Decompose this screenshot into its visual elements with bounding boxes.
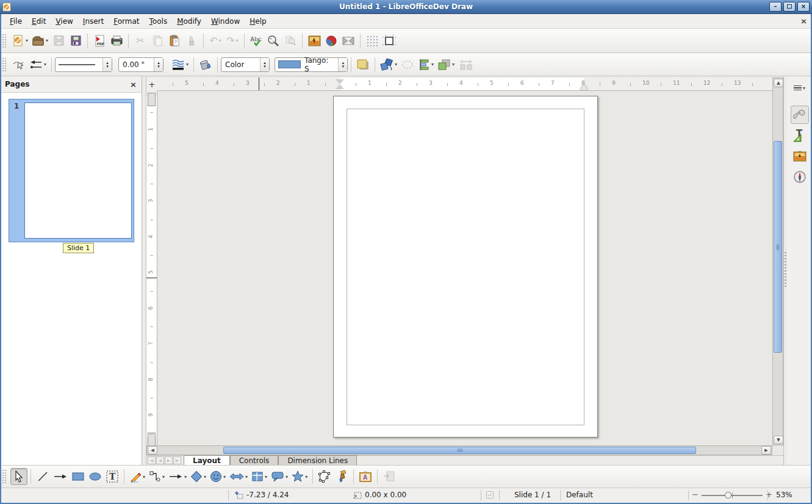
insert-image-button[interactable] (306, 32, 323, 49)
find-replace-button[interactable] (282, 32, 299, 49)
zoom-out-icon[interactable]: − (692, 490, 699, 499)
shadow-button[interactable] (354, 56, 372, 73)
menu-tools[interactable]: Tools (145, 15, 173, 27)
clone-formatting-button[interactable] (183, 32, 200, 49)
glue-points-button[interactable] (333, 468, 350, 485)
edit-points-button[interactable] (316, 468, 333, 485)
sidebar-settings-button[interactable]: ▾ (791, 79, 809, 97)
page[interactable] (333, 96, 598, 437)
close-button[interactable]: × (797, 2, 810, 12)
titlebar[interactable]: Untitled 1 - LibreOfficeDev Draw – × (0, 0, 812, 14)
align-dropdown-icon[interactable]: ▾ (431, 62, 434, 67)
toolbar-grip[interactable] (2, 34, 7, 48)
previous-layer-button[interactable]: ◀ (156, 456, 164, 464)
ellipse-tool-button[interactable] (87, 468, 104, 485)
stars-button[interactable]: ▾ (290, 468, 309, 485)
zoom-slider-knob[interactable] (725, 492, 731, 499)
align-objects-button[interactable]: ▾ (416, 56, 436, 73)
rotate-button[interactable]: ▾ (378, 56, 399, 73)
text-box-tool-button[interactable]: T (104, 468, 121, 485)
v-ruler-bottom-margin-marker[interactable] (148, 433, 156, 445)
sidebar-splitter-handle[interactable] (785, 252, 786, 289)
line-width-input[interactable]: 0.00 " ▴▾ (118, 57, 163, 72)
open-dropdown-icon[interactable]: ▾ (46, 38, 48, 43)
menu-format[interactable]: Format (109, 15, 144, 27)
menu-modify[interactable]: Modify (172, 15, 206, 27)
save-as-button[interactable] (67, 32, 84, 49)
flowchart-button[interactable]: ▾ (250, 468, 269, 485)
menu-edit[interactable]: Edit (27, 15, 51, 27)
flowchart-dropdown-icon[interactable]: ▾ (265, 474, 267, 480)
line-width-spinner[interactable]: ▴▾ (154, 58, 163, 71)
symbol-shapes-dropdown-icon[interactable]: ▾ (223, 474, 226, 480)
zoom-percentage[interactable]: 53% (776, 491, 792, 499)
toolbar-grip[interactable] (2, 469, 7, 484)
menu-help[interactable]: Help (245, 15, 271, 27)
v-scrollbar-thumb[interactable] (774, 141, 782, 353)
toolbar-grip[interactable] (2, 57, 7, 72)
spelling-button[interactable]: Abc (248, 32, 265, 49)
paste-button[interactable] (166, 32, 183, 49)
redo-button[interactable]: ↷▾ (224, 32, 241, 49)
v-ruler[interactable]: 12345678910 (146, 91, 157, 445)
undo-dropdown-icon[interactable]: ▾ (219, 38, 221, 43)
v-scrollbar[interactable]: ▲ ▼ (772, 77, 783, 445)
sidebar-gallery-button[interactable] (791, 147, 809, 165)
sidebar-shapes-button[interactable]: T (791, 126, 809, 145)
scroll-right-button[interactable]: ▶ (761, 446, 771, 455)
page-style-field[interactable]: Default (566, 491, 593, 499)
curve-dropdown-icon[interactable]: ▾ (143, 474, 145, 480)
fill-type-select[interactable]: Color ▴▾ (221, 57, 270, 72)
fill-type-spinner[interactable]: ▴▾ (260, 58, 269, 71)
fill-color-select[interactable]: Tango: S ▴▾ (275, 57, 348, 72)
fill-style-button[interactable] (197, 56, 214, 73)
tab-dimension-lines[interactable]: Dimension Lines (278, 455, 357, 465)
v-ruler-top-margin-marker[interactable] (148, 93, 156, 106)
pages-panel-close-icon[interactable]: × (130, 80, 137, 89)
arrange-dropdown-icon[interactable]: ▾ (452, 62, 455, 67)
open-button[interactable]: ▾ (30, 32, 50, 49)
save-button[interactable] (50, 32, 67, 49)
sidebar-properties-button[interactable] (791, 106, 809, 124)
insert-file-button[interactable] (381, 468, 398, 485)
fill-color-spinner[interactable]: ▴▾ (338, 58, 347, 71)
connector-tool-button[interactable]: ▾ (147, 468, 167, 485)
select-tool-button[interactable] (10, 468, 27, 485)
slide-thumbnail[interactable]: 1 (9, 99, 134, 242)
tab-layout[interactable]: Layout (184, 455, 230, 465)
next-layer-button[interactable]: ▶ (165, 456, 173, 464)
cursor-position-field[interactable]: -7.23 / 4.24 (234, 491, 289, 499)
zoom-slider[interactable]: − + (702, 495, 763, 496)
transformations-button[interactable] (399, 56, 416, 73)
tab-controls[interactable]: Controls (230, 455, 279, 465)
line-color-dropdown-icon[interactable]: ▾ (186, 62, 189, 67)
curve-tool-button[interactable]: ▾ (128, 468, 147, 485)
lines-arrows-dropdown-icon[interactable]: ▾ (184, 474, 187, 480)
line-ends-arrow-button[interactable] (51, 468, 70, 485)
object-size-field[interactable]: 0.00 x 0.00 (353, 491, 406, 499)
fontwork-gallery-button[interactable]: A (357, 468, 374, 485)
h-scrollbar-thumb[interactable] (223, 447, 696, 454)
distribute-button[interactable] (456, 56, 476, 73)
edit-points-mode-button[interactable] (10, 56, 27, 73)
basic-shapes-dropdown-icon[interactable]: ▾ (204, 474, 206, 480)
menu-view[interactable]: View (51, 15, 77, 27)
drawing-canvas[interactable] (157, 91, 772, 445)
zoom-in-icon[interactable]: + (766, 490, 772, 499)
rectangle-tool-button[interactable] (70, 468, 87, 485)
line-style-select[interactable]: ▴▾ (55, 57, 112, 72)
fontwork-button[interactable] (340, 32, 357, 49)
maximize-button[interactable] (783, 2, 796, 12)
h-scrollbar[interactable]: ◀ ▶ (146, 445, 772, 455)
sidebar-navigator-button[interactable] (791, 168, 809, 186)
copy-button[interactable] (149, 32, 166, 49)
line-tool-button[interactable] (34, 468, 51, 485)
redo-dropdown-icon[interactable]: ▾ (236, 38, 239, 43)
connector-dropdown-icon[interactable]: ▾ (162, 474, 165, 480)
stars-dropdown-icon[interactable]: ▾ (305, 474, 307, 480)
cut-button[interactable]: ✂ (132, 32, 149, 49)
print-button[interactable] (108, 32, 125, 49)
arrow-style-dropdown-icon[interactable]: ▾ (44, 62, 46, 67)
first-layer-button[interactable]: ◀ (148, 456, 156, 464)
undo-button[interactable]: ↶▾ (207, 32, 224, 49)
